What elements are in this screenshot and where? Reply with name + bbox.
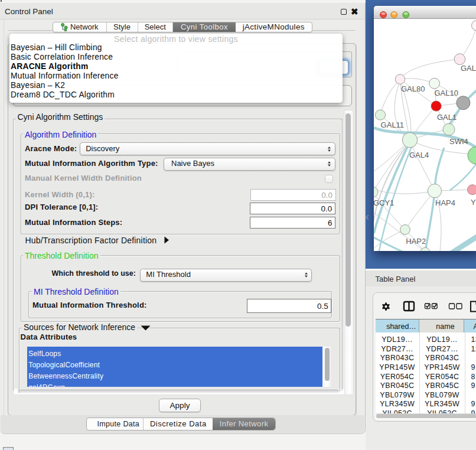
svg-text:GAL80: GAL80 [401,84,425,93]
svg-text:HAP4: HAP4 [435,198,455,207]
svg-text:HAP2: HAP2 [406,236,426,245]
svg-text:GAL11: GAL11 [381,120,405,129]
svg-text:GAL: GAL [461,64,476,73]
svg-text:GAL1: GAL1 [437,113,457,122]
svg-text:SWI4: SWI4 [449,137,468,146]
svg-text:GAL4: GAL4 [409,150,429,159]
svg-text:GCY1: GCY1 [374,198,394,207]
svg-text:Y: Y [471,198,476,207]
svg-text:GAL10: GAL10 [435,89,458,97]
